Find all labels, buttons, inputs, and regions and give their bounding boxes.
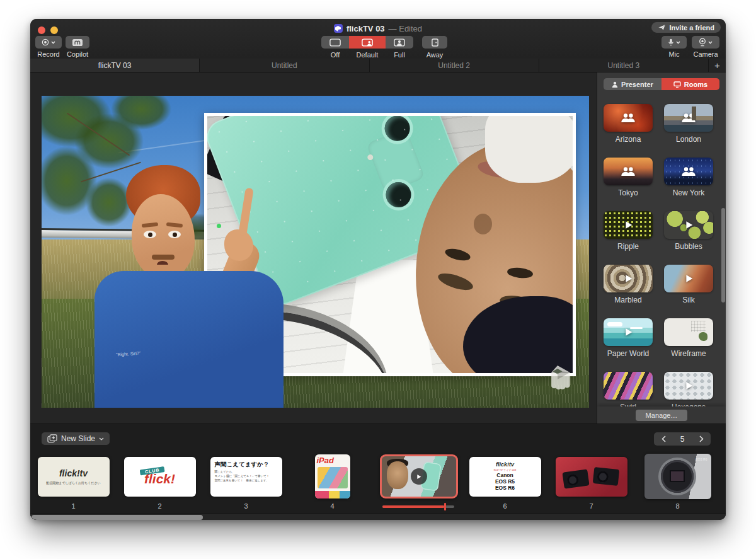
- mic-control: Mic: [662, 36, 687, 58]
- slide-thumbnail-4[interactable]: iPad: [315, 454, 350, 498]
- microphone-icon: [668, 38, 674, 47]
- slide5-video-still: [387, 461, 408, 489]
- mode-default-button[interactable]: [349, 36, 386, 49]
- current-slide-number: 5: [673, 432, 692, 446]
- room-thumbnail[interactable]: [604, 211, 653, 239]
- filmstrip-scrollbar-thumb[interactable]: [32, 515, 203, 520]
- slide3-body: 聞こえてたら、: [215, 470, 278, 473]
- face-nose: [474, 214, 492, 234]
- invite-friend-button[interactable]: Invite a friend: [651, 22, 721, 33]
- slide-slot-3: 声聞こえてますか？ 聞こえてたら、 コメント欄に「聞こえてる！」て書いて！ 質問…: [203, 452, 289, 501]
- new-slide-label: New Slide: [61, 434, 95, 443]
- add-tab-button[interactable]: +: [709, 59, 726, 72]
- room-tile-marbled[interactable]: Marbled: [601, 265, 655, 304]
- room-thumbnail[interactable]: [604, 265, 653, 292]
- play-icon: [664, 211, 713, 239]
- slide-thumbnail-2[interactable]: CLUB flick!: [124, 457, 196, 497]
- room-thumbnail[interactable]: [604, 372, 653, 400]
- room-tile-silk[interactable]: Silk: [662, 265, 716, 304]
- new-slide-button[interactable]: New Slide: [42, 432, 110, 445]
- bottom-bar: New Slide 5 flick!tv 配信開始までしばらく: [30, 424, 726, 520]
- room-thumbnail[interactable]: [604, 318, 653, 346]
- camera-label: Camera: [693, 50, 718, 58]
- presenter-mode-control: Off Default Full: [321, 36, 447, 59]
- slide-thumbnail-5-selected[interactable]: [380, 454, 458, 498]
- room-thumbnail[interactable]: [664, 104, 713, 132]
- tab-untitled[interactable]: Untitled: [200, 59, 369, 72]
- iphone-lens: [381, 116, 414, 144]
- slide4-artwork: [315, 491, 350, 498]
- app-window: flickTV 03 — Edited Record: [30, 19, 726, 520]
- play-icon: [604, 318, 653, 346]
- presenter-pointing-finger: [238, 187, 254, 236]
- room-label: Paper World: [607, 349, 649, 358]
- slide-number: 4: [289, 502, 375, 512]
- room-tile-paper-world[interactable]: Paper World: [601, 318, 655, 358]
- room-tile-bubbles[interactable]: Bubbles: [662, 211, 716, 251]
- tab-untitled-3[interactable]: Untitled 3: [539, 59, 709, 72]
- room-thumbnail[interactable]: [664, 158, 713, 185]
- tab-flicktv-03[interactable]: flickTV 03: [30, 59, 200, 72]
- room-tile-swirl[interactable]: Swirl: [601, 372, 655, 406]
- door-away-icon: [432, 38, 438, 47]
- presenter-cutout[interactable]: "Right, Siri?": [94, 165, 284, 408]
- slide1-subtitle: 配信開始までしばらくお待ちください: [46, 481, 100, 485]
- slide-slot-5: [375, 452, 462, 501]
- window-edited-status: — Edited: [389, 24, 422, 33]
- slide-thumbnail-7[interactable]: [556, 457, 627, 497]
- manage-rooms-button[interactable]: Manage…: [636, 410, 687, 421]
- room-tile-hexagons[interactable]: Hexagons: [662, 372, 716, 406]
- copilot-control: Copilot: [66, 36, 89, 58]
- room-tile-tokyo[interactable]: Tokyo: [601, 158, 655, 197]
- room-thumbnail[interactable]: [664, 372, 713, 400]
- mode-away-button[interactable]: [422, 36, 447, 49]
- slide-thumbnail-1[interactable]: flick!tv 配信開始までしばらくお待ちください: [38, 457, 110, 497]
- tab-rooms[interactable]: Rooms: [662, 78, 719, 90]
- record-button[interactable]: [35, 36, 62, 49]
- room-tile-ripple[interactable]: Ripple: [601, 211, 655, 251]
- mic-button[interactable]: [662, 36, 687, 49]
- room-tile-new-york[interactable]: New York: [662, 158, 716, 197]
- next-slide-button[interactable]: [692, 432, 711, 446]
- white-hood: [485, 116, 573, 183]
- room-label: Tokyo: [618, 188, 638, 197]
- mode-off-button[interactable]: [321, 36, 349, 49]
- room-thumbnail[interactable]: [604, 104, 653, 132]
- people-icon: [664, 104, 713, 132]
- room-tile-arizona[interactable]: Arizona: [601, 104, 655, 144]
- room-thumbnail[interactable]: [664, 265, 713, 292]
- room-thumbnail[interactable]: [664, 318, 713, 346]
- tab-untitled-2[interactable]: Untitled 2: [370, 59, 539, 72]
- slide-slot-4: iPad: [289, 452, 375, 501]
- window-title-row: flickTV 03 — Edited: [30, 23, 726, 34]
- slide-slot-8: EOS R6: [634, 452, 721, 501]
- screen-empty-icon: [329, 38, 341, 47]
- copilot-label: Copilot: [67, 50, 88, 58]
- room-label: New York: [673, 188, 705, 197]
- room-tile-london[interactable]: London: [662, 104, 716, 144]
- iphone-flash: [367, 154, 374, 161]
- room-tile-wireframe[interactable]: Wireframe: [662, 318, 716, 358]
- presenter-eye: [168, 231, 181, 238]
- room-thumbnail[interactable]: [664, 211, 713, 239]
- slide5-playhead[interactable]: [444, 503, 446, 510]
- video-preview[interactable]: "Right, Siri?": [42, 96, 589, 408]
- camera-button[interactable]: [692, 36, 719, 49]
- mmhmm-watermark-icon: [543, 365, 572, 395]
- slide3-body: コメント欄に「聞こえてる！」て書いて！: [215, 475, 278, 478]
- slide-thumbnail-6[interactable]: flick!tv flick! TV ライブ 003 Canon EOS R5 …: [469, 457, 541, 497]
- copilot-button[interactable]: [66, 36, 89, 49]
- slide6-logo: flick!tv: [496, 461, 514, 468]
- previous-slide-button[interactable]: [654, 432, 673, 446]
- slide-thumbnail-8[interactable]: EOS R6: [644, 454, 711, 499]
- slide-thumbnail-3[interactable]: 声聞こえてますか？ 聞こえてたら、 コメント欄に「聞こえてる！」て書いて！ 質問…: [210, 457, 282, 497]
- mode-full-button[interactable]: [386, 36, 413, 49]
- slide5-progress-bar[interactable]: [382, 505, 454, 508]
- play-icon: [664, 372, 713, 400]
- slide7-camera-art: [592, 466, 619, 485]
- sidebar-scrollbar[interactable]: [721, 208, 725, 303]
- slide6-subtitle: flick! TV ライブ 003: [494, 468, 516, 471]
- tab-presenter[interactable]: Presenter: [604, 78, 662, 90]
- room-thumbnail[interactable]: [604, 158, 653, 185]
- filmstrip-scrollbar-track[interactable]: [30, 513, 726, 520]
